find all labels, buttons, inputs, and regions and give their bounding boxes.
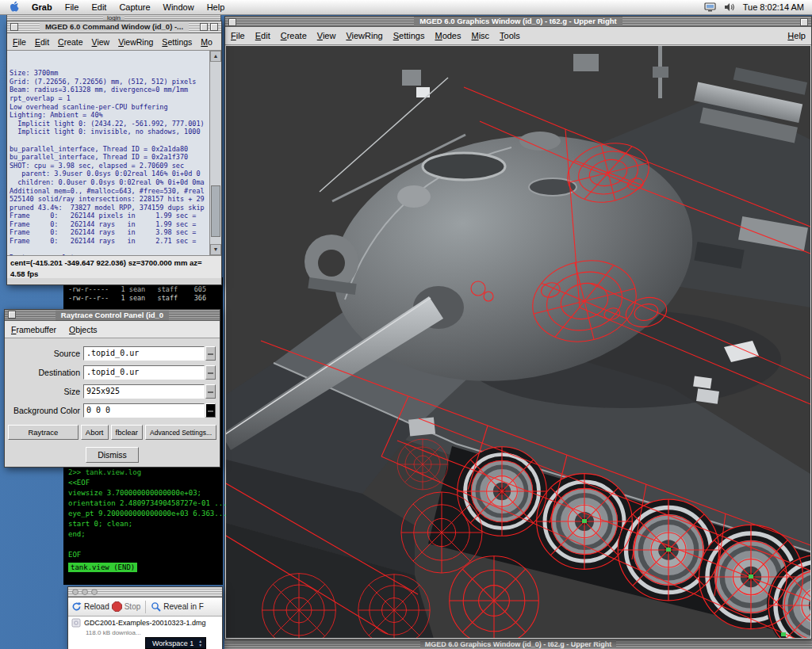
menubar-item-window[interactable]: Window <box>163 2 194 12</box>
destination-menu-button[interactable] <box>205 365 216 380</box>
raytrace-panel-titlebar[interactable]: Raytrace Control Panel (id_0 <box>5 310 220 321</box>
3d-viewport[interactable] <box>226 46 810 638</box>
minimize-icon[interactable] <box>82 589 88 595</box>
workspace-pager[interactable]: Workspace 1 ▲ ▼ <box>145 637 206 649</box>
close-box-icon[interactable] <box>228 18 236 26</box>
command-window: MGED 6.0 Command Window (id_0) -... File… <box>6 21 222 285</box>
close-box-icon[interactable] <box>8 311 16 319</box>
download-file-info: 118.0 kB downloa... <box>86 629 219 636</box>
source-label: Source <box>9 349 80 358</box>
menubar-item-file[interactable]: File <box>65 2 79 12</box>
menubar-item-edit[interactable]: Edit <box>91 2 106 12</box>
terminal-pager-status: tank.view (END) <box>68 563 137 572</box>
tank-render <box>226 46 810 638</box>
active-app-name[interactable]: Grab <box>32 2 52 12</box>
scroll-up-icon[interactable]: ▲ <box>210 51 221 62</box>
zoom-box-icon[interactable] <box>800 18 808 26</box>
headlight-guard <box>304 235 358 295</box>
browser-titlebar[interactable] <box>68 587 222 597</box>
graphics-window-menubar: File Edit Create View ViewRing Settings … <box>225 27 811 45</box>
volume-icon[interactable] <box>724 2 735 12</box>
gfx-menu-view[interactable]: View <box>317 31 336 40</box>
reload-icon <box>71 601 82 612</box>
fps-status: 4.58 fps <box>10 269 218 278</box>
graphics-window-title: MGED 6.0 Graphics Window (id_0) - t62.g … <box>414 17 622 26</box>
close-box-icon[interactable] <box>10 23 18 31</box>
gfx-menu-help[interactable]: Help <box>787 31 806 40</box>
menubar-clock[interactable]: Tue 8:02:14 AM <box>743 2 804 12</box>
gfx-menu-viewring[interactable]: ViewRing <box>346 31 382 40</box>
background-window-titlebar[interactable]: MGED 6.0 Graphics Window (id_0) - t62.g … <box>224 639 812 649</box>
background-window-title: MGED 6.0 Graphics Window (id_0) - t62.g … <box>420 640 616 648</box>
cmd-menu-settings[interactable]: Settings <box>162 37 192 47</box>
cmd-menu-viewring[interactable]: ViewRing <box>118 37 153 47</box>
reveal-icon <box>151 601 161 612</box>
reload-button[interactable]: Reload <box>71 601 109 612</box>
gfx-menu-settings[interactable]: Settings <box>393 31 425 40</box>
stop-button[interactable]: Stop <box>112 601 141 612</box>
source-input[interactable]: .topid_0.ur <box>83 346 205 361</box>
workspace-label: Workspace 1 <box>152 639 193 647</box>
reveal-button[interactable]: Reveal in F <box>151 601 204 612</box>
command-window-menubar: File Edit Create View ViewRing Settings … <box>7 33 221 51</box>
close-icon[interactable] <box>72 589 79 595</box>
size-input[interactable]: 925x925 <box>83 384 205 399</box>
raytrace-output-text: Size: 3700mm Grid: (7.22656, 7.22656) mm… <box>10 69 209 255</box>
system-menubar: Grab File Edit Capture Window Help Tue 8… <box>0 0 812 15</box>
download-list: GDC2001-Examples-20010323-1.dmg 118.0 kB… <box>68 617 222 638</box>
view-center-status: cent=(-415.201 -349.647 922.036) sz=3700… <box>10 258 218 267</box>
command-window-title: MGED 6.0 Command Window (id_0) -... <box>40 22 189 32</box>
rt-menu-framebuffer[interactable]: Framebuffer <box>11 325 56 334</box>
terminal-file-listing: -rw-r----- 1 sean staff 605 -rw-r--r-- 1… <box>68 285 206 303</box>
command-scrollbar[interactable]: ▲ ▼ <box>209 51 221 255</box>
background-color-label: Background Color <box>9 406 80 415</box>
source-menu-button[interactable] <box>205 346 216 361</box>
stop-icon <box>112 601 122 612</box>
graphics-window: MGED 6.0 Graphics Window (id_0) - t62.g … <box>224 16 812 639</box>
dismiss-button[interactable]: Dismiss <box>86 447 139 463</box>
size-menu-button[interactable] <box>205 384 216 399</box>
desktop: Grab File Edit Capture Window Help Tue 8… <box>0 0 812 649</box>
menubar-item-help[interactable]: Help <box>207 2 225 12</box>
displays-icon[interactable] <box>704 2 716 12</box>
gfx-menu-tools[interactable]: Tools <box>500 31 520 40</box>
background-color-swatch[interactable] <box>205 403 216 418</box>
fbclear-button[interactable]: fbclear <box>111 425 144 440</box>
destination-label: Destination <box>9 368 80 377</box>
advanced-settings-button[interactable]: Advanced Settings... <box>145 425 216 440</box>
gfx-menu-file[interactable]: File <box>231 31 245 40</box>
command-output[interactable]: Size: 3700mm Grid: (7.22656, 7.22656) mm… <box>7 51 209 255</box>
raytrace-panel-title: Raytrace Control Panel (id_0 <box>56 311 169 320</box>
zoom-icon[interactable] <box>91 589 98 595</box>
collapse-box-icon[interactable] <box>200 23 208 31</box>
cmd-menu-edit[interactable]: Edit <box>35 37 49 47</box>
scroll-down-icon[interactable]: ▼ <box>210 244 221 255</box>
cmd-menu-modes-truncated[interactable]: Mo <box>201 37 213 47</box>
graphics-window-titlebar[interactable]: MGED 6.0 Graphics Window (id_0) - t62.g … <box>225 17 811 27</box>
abort-button[interactable]: Abort <box>81 425 109 440</box>
download-item[interactable]: GDC2001-Examples-20010323-1.dmg <box>71 618 219 628</box>
browser-toolbar: Reload Stop Reveal in F <box>68 597 222 617</box>
rt-menu-objects[interactable]: Objects <box>69 325 98 334</box>
zoom-box-icon[interactable] <box>210 23 218 31</box>
gfx-menu-create[interactable]: Create <box>281 31 307 40</box>
raytrace-control-panel: Raytrace Control Panel (id_0 Framebuffer… <box>4 309 220 468</box>
workspace-down-icon[interactable]: ▼ <box>198 643 202 647</box>
background-color-input[interactable]: 0 0 0 <box>83 403 205 418</box>
command-window-titlebar[interactable]: MGED 6.0 Command Window (id_0) -... <box>7 21 221 33</box>
apple-menu-icon[interactable] <box>10 2 19 13</box>
disk-image-icon <box>71 618 81 628</box>
cmd-menu-file[interactable]: File <box>13 37 26 47</box>
menubar-item-capture[interactable]: Capture <box>119 2 150 12</box>
gfx-menu-modes[interactable]: Modes <box>435 31 461 40</box>
cmd-menu-view[interactable]: View <box>92 37 110 47</box>
gfx-menu-edit[interactable]: Edit <box>255 31 270 40</box>
cmd-menu-create[interactable]: Create <box>58 37 83 47</box>
gfx-menu-misc[interactable]: Misc <box>471 31 489 40</box>
scrollbar-thumb[interactable] <box>211 185 220 237</box>
destination-input[interactable]: .topid_0.ur <box>83 365 205 380</box>
size-label: Size <box>9 387 80 396</box>
raytrace-panel-menubar: Framebuffer Objects <box>5 321 220 338</box>
download-file-name: GDC2001-Examples-20010323-1.dmg <box>84 619 206 627</box>
raytrace-button[interactable]: Raytrace <box>8 425 79 440</box>
